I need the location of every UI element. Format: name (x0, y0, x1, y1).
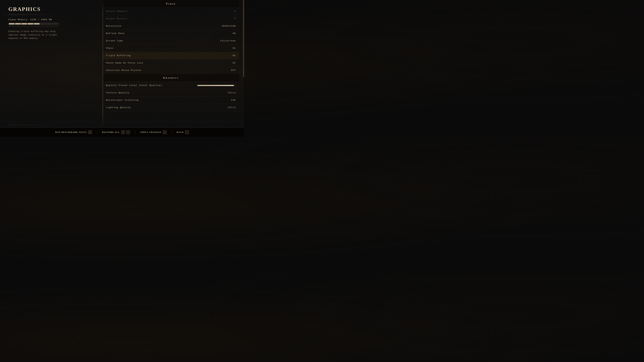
memory-seg-4 (28, 23, 33, 24)
setting-value-texture-quality: Ultra (228, 91, 236, 94)
memory-seg-7 (46, 23, 52, 24)
setting-name-refresh-rate: Refresh Rate (106, 32, 125, 35)
setting-value-pause-game: On (232, 62, 236, 64)
memory-seg-2 (15, 23, 21, 24)
setting-output-monitor[interactable]: Output Monitor 0 (103, 15, 239, 22)
setting-value-output-monitor: 0 (234, 17, 236, 20)
memory-seg-8 (52, 23, 58, 24)
setting-name-quality-preset: Quality Preset Level (Favor Quality) (106, 84, 162, 87)
page-title: Graphics (8, 6, 96, 12)
setting-value-anisotropic: X16 (231, 99, 236, 101)
quality-bar-fill (198, 85, 234, 86)
page-container: Graphics Video Memory: 4330 / 6808 MB En… (0, 0, 244, 137)
section-header-video: Video (103, 0, 239, 8)
setting-quality-preset[interactable]: Quality Preset Level (Favor Quality) (103, 82, 239, 89)
setting-name-vsync: VSync (106, 47, 114, 49)
title-divider (8, 14, 59, 15)
setting-output-adapter[interactable]: Output Adapter 0 (103, 8, 239, 15)
setting-name-output-monitor: Output Monitor (106, 17, 128, 20)
section-header-graphics: Graphics (103, 74, 239, 82)
setting-name-screen-type: Screen Type (106, 39, 123, 42)
setting-screen-type[interactable]: Screen Type Fullscreen (103, 37, 239, 44)
scroll-thumb (243, 0, 244, 77)
memory-bar-line (8, 26, 59, 26)
setting-name-triple-buffering: Triple Buffering (106, 54, 131, 57)
settings-scroll[interactable]: Video Output Adapter 0 Output Monitor 0 … (103, 0, 244, 137)
setting-value-screen-type: Fullscreen (220, 39, 236, 42)
setting-constrain-mouse[interactable]: Constrain Mouse Pointer Off (103, 67, 239, 74)
setting-value-constrain-mouse: Off (231, 69, 236, 71)
video-memory-label: Video Memory: 4330 / 6808 MB (8, 18, 96, 21)
setting-value-lighting-quality: Ultra (228, 106, 236, 109)
setting-value-output-adapter: 0 (234, 10, 236, 12)
setting-vsync[interactable]: VSync On (103, 44, 239, 52)
memory-seg-1 (9, 23, 14, 24)
setting-texture-quality[interactable]: Texture Quality Ultra (103, 89, 239, 96)
quality-bar-container (197, 85, 236, 86)
setting-pause-game[interactable]: Pause Game On Focus Loss On (103, 59, 239, 67)
setting-name-resolution: Resolution (106, 25, 122, 27)
setting-anisotropic[interactable]: Anisotropic Filtering X16 (103, 96, 239, 104)
memory-seg-3 (21, 23, 27, 24)
setting-name-anisotropic: Anisotropic Filtering (106, 99, 139, 101)
memory-seg-6 (40, 23, 46, 24)
setting-name-constrain-mouse: Constrain Mouse Pointer (106, 69, 142, 71)
setting-value-refresh-rate: 60 (232, 32, 236, 35)
scroll-indicator[interactable] (243, 0, 244, 128)
memory-seg-5 (34, 23, 40, 24)
setting-name-pause-game: Pause Game On Focus Loss (106, 62, 144, 64)
setting-name-lighting-quality: Lighting Quality (106, 106, 131, 109)
right-panel: Video Output Adapter 0 Output Monitor 0 … (103, 0, 244, 137)
setting-name-texture-quality: Texture Quality (106, 91, 130, 94)
setting-lighting-quality[interactable]: Lighting Quality Ultra (103, 104, 239, 111)
left-panel: Graphics Video Memory: 4330 / 6808 MB En… (0, 0, 103, 137)
setting-value-resolution: 3840x2160 (222, 25, 236, 27)
setting-refresh-rate[interactable]: Refresh Rate 60 (103, 30, 239, 37)
setting-triple-buffering[interactable]: Triple Buffering On (103, 52, 239, 59)
setting-name-output-adapter: Output Adapter (106, 10, 128, 12)
quality-bar (197, 85, 236, 86)
setting-value-vsync: On (232, 47, 236, 49)
description-text: Enabling triple buffering may help impro… (8, 30, 62, 40)
setting-value-triple-buffering: On (232, 54, 236, 57)
memory-bar (8, 23, 59, 25)
setting-resolution[interactable]: Resolution 3840x2160 (103, 22, 239, 30)
